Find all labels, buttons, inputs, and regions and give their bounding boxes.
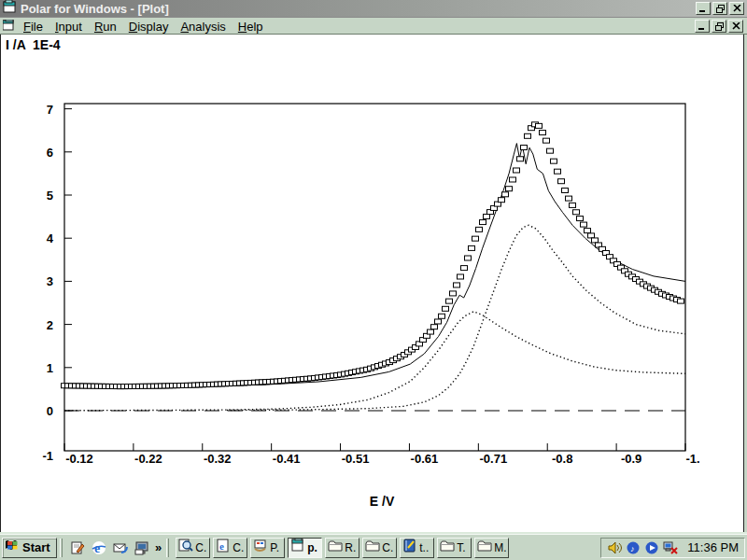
x-axis-ticks: -0.12-0.22-0.32-0.41-0.51-0.61-0.71-0.8-… — [64, 443, 700, 466]
clock: 11:36 PM — [687, 540, 739, 554]
close-icon[interactable] — [729, 2, 744, 15]
taskbar-button-label: T. — [457, 541, 465, 554]
start-label: Start — [22, 540, 50, 554]
document-pen-icon[interactable] — [69, 539, 85, 555]
plot-canvas: 76543210-1-0.12-0.22-0.32-0.41-0.51-0.61… — [1, 35, 747, 534]
plot-client-area: I /A 1E-4 76543210-1-0.12-0.22-0.32-0.41… — [0, 35, 747, 534]
taskbar-button-3[interactable]: P. — [250, 538, 285, 558]
window-title: Polar for Windows - [Plot] — [21, 2, 696, 16]
folder-icon — [328, 539, 343, 556]
media-note-icon[interactable]: ♪ — [626, 540, 641, 555]
svg-text:-0.71: -0.71 — [480, 452, 508, 466]
svg-text:-0.61: -0.61 — [411, 452, 439, 466]
taskbar-button-label: C. — [382, 541, 393, 554]
taskbar-button-label: p. — [307, 541, 317, 554]
svg-text:5: 5 — [47, 189, 53, 203]
title-bar: Polar for Windows - [Plot] — [0, 0, 747, 18]
package-icon — [253, 539, 268, 556]
svg-text:3: 3 — [47, 274, 53, 288]
svg-text:6: 6 — [47, 146, 53, 160]
mdi-close-icon[interactable] — [728, 20, 743, 33]
windows-flag-icon — [5, 539, 21, 556]
taskbar-button-label: C. — [233, 541, 244, 554]
quick-launch-overflow-chevron[interactable]: » — [153, 540, 163, 554]
svg-text:-0.8: -0.8 — [552, 452, 572, 466]
quick-launch-bar: e — [65, 539, 153, 555]
menu-run[interactable]: Run — [94, 20, 117, 34]
svg-text:-1: -1 — [42, 449, 53, 463]
svg-text:0: 0 — [47, 404, 53, 418]
menu-display[interactable]: Display — [129, 20, 169, 34]
svg-text:e: e — [219, 540, 224, 552]
taskbar: Start e » C.eC.P.p.R.C.t..T.M. ♪ 11:36 P… — [0, 534, 747, 560]
ie-page-icon: e — [216, 539, 231, 556]
window-frame-edge — [743, 35, 747, 534]
taskbar-button-label: C. — [195, 541, 206, 554]
minimize-icon[interactable] — [696, 2, 711, 15]
show-desktop-icon[interactable] — [134, 539, 149, 555]
media-play-icon[interactable] — [644, 540, 660, 555]
taskbar-button-label: R. — [345, 541, 356, 554]
taskbar-button-label: t.. — [419, 541, 429, 554]
internet-explorer-icon[interactable]: e — [91, 539, 106, 555]
taskbar-button-9[interactable]: M. — [474, 538, 509, 558]
taskbar-button-2[interactable]: eC. — [213, 538, 247, 558]
svg-text:-0.9: -0.9 — [621, 452, 641, 466]
svg-text:♪: ♪ — [630, 544, 635, 553]
folder-icon — [365, 539, 380, 556]
menu-analysis[interactable]: Analysis — [180, 20, 225, 34]
svg-text:-0.51: -0.51 — [342, 452, 370, 466]
series-fitted-line — [64, 144, 685, 388]
taskbar-button-4-active[interactable]: p. — [288, 538, 322, 558]
svg-text:2: 2 — [47, 318, 53, 332]
volume-icon[interactable] — [607, 540, 623, 555]
restore-icon[interactable] — [712, 2, 727, 15]
svg-text:-0.12: -0.12 — [65, 452, 93, 466]
outlook-express-icon[interactable] — [112, 539, 128, 555]
polar-page-icon — [290, 539, 305, 556]
taskbar-buttons: C.eC.P.p.R.C.t..T.M. — [176, 538, 509, 558]
menu-help[interactable]: Help — [238, 20, 263, 34]
mdi-child-icon[interactable] — [3, 18, 16, 35]
series-experimental-points — [62, 122, 684, 389]
system-tray: ♪ 11:36 PM — [600, 538, 745, 558]
taskbar-button-8[interactable]: T. — [437, 538, 472, 558]
start-button[interactable]: Start — [2, 538, 57, 558]
svg-text:e: e — [94, 541, 100, 555]
menu-bar: FileInputRunDisplayAnalysisHelp — [0, 18, 747, 35]
y-axis-ticks: 76543210-1 — [42, 103, 72, 463]
menu-items: FileInputRunDisplayAnalysisHelp — [23, 18, 275, 35]
svg-text:-0.32: -0.32 — [204, 452, 232, 466]
taskbar-button-6[interactable]: C. — [362, 538, 397, 558]
folder-icon — [477, 539, 492, 556]
svg-text:-1.: -1. — [685, 452, 699, 466]
svg-text:4: 4 — [47, 231, 54, 245]
menu-input[interactable]: Input — [55, 20, 82, 34]
search-page-icon — [178, 539, 193, 556]
network-disconnected-icon[interactable] — [663, 540, 679, 555]
taskbar-button-7[interactable]: t.. — [400, 538, 434, 558]
taskbar-grip-2[interactable] — [166, 539, 169, 557]
taskbar-button-5[interactable]: R. — [325, 538, 359, 558]
svg-text:1: 1 — [47, 361, 53, 375]
plot-box — [64, 104, 685, 451]
journal-icon — [402, 539, 417, 556]
svg-text:-0.41: -0.41 — [273, 452, 301, 466]
taskbar-button-label: P. — [270, 541, 279, 554]
svg-text:7: 7 — [47, 103, 53, 117]
svg-text:-0.22: -0.22 — [134, 452, 162, 466]
x-axis-title: E /V — [345, 494, 419, 509]
mdi-restore-icon[interactable] — [712, 20, 726, 33]
y-axis-title: I /A 1E-4 — [6, 37, 61, 52]
menu-file[interactable]: File — [23, 20, 43, 34]
series-component-peak-small — [64, 312, 685, 411]
desktop: Polar for Windows - [Plot] FileInputRunD… — [0, 0, 747, 560]
folder-icon — [440, 539, 455, 556]
taskbar-grip[interactable] — [60, 539, 63, 557]
app-icon — [3, 0, 17, 17]
taskbar-button-1[interactable]: C. — [176, 538, 210, 558]
taskbar-button-label: M. — [494, 541, 506, 554]
mdi-minimize-icon[interactable] — [695, 20, 710, 33]
